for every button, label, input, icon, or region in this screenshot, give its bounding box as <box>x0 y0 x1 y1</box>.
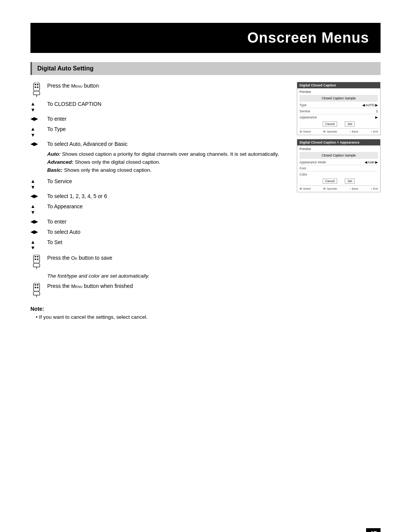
screen1-appearance-value: ▶ <box>375 115 378 119</box>
screen2-cancel-btn: Cancel <box>323 179 338 184</box>
screen1-service-row: Service 1 <box>299 109 378 114</box>
hand-remote-icon-2 <box>30 255 43 269</box>
up-arrow-4: ▲ <box>30 203 35 209</box>
screen2-font-label: Font <box>299 166 306 170</box>
step3f-icon: ▲ ▼ <box>30 238 47 251</box>
menu-label: Menu <box>71 83 83 89</box>
svg-rect-7 <box>35 256 36 257</box>
type-left-arrow: ◀ <box>362 103 365 107</box>
step5-text: Press the Menu button when finished <box>47 282 288 290</box>
screen2-body: Preview Closed Caption Sample Appearance… <box>297 145 380 192</box>
menu-label-2: Menu <box>71 283 83 289</box>
svg-rect-2 <box>37 84 38 85</box>
down-arrow-4: ▼ <box>30 209 35 216</box>
leftright-arrows-5: ◀ ▶ <box>30 229 38 235</box>
svg-rect-14 <box>37 284 38 286</box>
advanced-desc: Shows only the digital closed caption. <box>73 159 160 165</box>
screen1-title: Digital Closed Caption <box>297 82 380 88</box>
up-arrow: ▲ <box>30 101 35 107</box>
updown-arrows-2: ▲ ▼ <box>30 126 35 138</box>
screen1-cancel-btn: Cancel <box>323 121 338 126</box>
down-arrow-2: ▼ <box>30 132 35 138</box>
screen1-exit-btn: ○ Exit <box>371 130 378 133</box>
note-text-1: If you want to cancel the settings, sele… <box>39 314 147 320</box>
down-arrow: ▼ <box>30 107 35 113</box>
screen1-preview: Preview <box>299 90 378 94</box>
step2c-row: ▲ ▼ To Type <box>30 125 288 138</box>
type-value: AUTO <box>366 103 374 107</box>
note-label: Note: <box>30 306 381 312</box>
right-arrow-2: ▶ <box>34 141 38 147</box>
svg-rect-12 <box>33 283 40 291</box>
step4-text: Press the Ok button to save <box>47 254 288 262</box>
step3c-row: ▲ ▼ To Appearance <box>30 203 288 215</box>
left-arrow-2: ◀ <box>30 141 34 147</box>
step2c-icon: ▲ ▼ <box>30 125 47 138</box>
right-arrow-5: ▶ <box>34 229 38 235</box>
svg-rect-6 <box>33 255 40 263</box>
note-section: Note: • If you want to cancel the settin… <box>30 306 381 321</box>
screenshots-col: Digital Closed Caption Preview Closed Ca… <box>297 82 381 300</box>
ok-label: Ok <box>71 255 77 261</box>
updown-arrows-1: ▲ ▼ <box>30 101 35 113</box>
step3f-row: ▲ ▼ To Set <box>30 238 288 251</box>
step3a-text: To Service <box>47 177 288 185</box>
svg-rect-8 <box>37 256 38 257</box>
step4-icon <box>30 254 47 269</box>
left-arrow: ◀ <box>30 116 34 122</box>
step5-row: Press the Menu button when finished <box>30 282 288 297</box>
updown-arrows-5: ▲ ▼ <box>30 239 35 251</box>
screen1-operate-btn: ⊕ Operate <box>323 130 337 133</box>
screen2-operate-btn: ⊕ Operate <box>323 187 337 190</box>
step5-icon <box>30 282 47 297</box>
step3d-row: ◀ ▶ To enter <box>30 218 288 226</box>
leftright-arrows-3: ◀ ▶ <box>30 193 38 199</box>
auto-desc: Shows closed caption a priority for digi… <box>61 151 279 157</box>
step3c-text: To Appearance <box>47 203 288 211</box>
step3b-row: ◀ ▶ To select 1, 2, 3, 4, 5 or 6 <box>30 192 288 200</box>
basic-desc: Shows only the analog closed caption. <box>63 167 151 173</box>
step1-icon <box>30 82 47 97</box>
step3a-icon: ▲ ▼ <box>30 177 47 190</box>
step2b-icon: ◀ ▶ <box>30 115 47 122</box>
svg-rect-15 <box>35 287 36 288</box>
leftright-arrows-1: ◀ ▶ <box>30 116 38 122</box>
screen1-service-value: 1 <box>376 109 378 113</box>
screen1-caption-sample: Closed Caption Sample <box>299 95 378 102</box>
step2d-row: ◀ ▶ To select Auto, Advanced or Basic <box>30 140 288 148</box>
mode-right-arrow: ▶ <box>375 160 378 164</box>
mode-value: Auto <box>368 160 375 164</box>
step3a-row: ▲ ▼ To Service <box>30 177 288 190</box>
screen2-mode-value: ◀ Auto ▶ <box>365 160 378 164</box>
up-arrow-2: ▲ <box>30 126 35 132</box>
step2b-row: ◀ ▶ To enter <box>30 115 288 123</box>
screen1-cancel-set: Cancel Set <box>299 121 378 126</box>
step3b-icon: ◀ ▶ <box>30 192 47 199</box>
step2d-text: To select Auto, Advanced or Basic <box>47 140 288 148</box>
step3e-text: To select Auto <box>47 228 288 236</box>
step3d-text: To enter <box>47 218 288 226</box>
step1-row: Press the Menu button <box>30 82 288 97</box>
down-arrow-5: ▼ <box>30 245 35 251</box>
screen1-appearance-row: Appearance ▶ <box>299 115 378 120</box>
italic-note: The font/type and color are set automati… <box>47 272 288 280</box>
page-header: Onscreen Menus <box>30 23 381 53</box>
screen2-title: Digital Closed Caption > Appearance <box>297 139 380 145</box>
step1-text: Press the Menu button <box>47 82 288 90</box>
step3d-icon: ◀ ▶ <box>30 218 47 225</box>
screen1-select-btn: ⊕ Select <box>299 130 311 133</box>
updown-arrows-3: ▲ ▼ <box>30 178 35 190</box>
step2d-icon: ◀ ▶ <box>30 140 47 147</box>
note-item-1: • If you want to cancel the settings, se… <box>36 313 381 321</box>
svg-rect-10 <box>37 259 38 260</box>
svg-rect-16 <box>37 287 38 288</box>
screen1-appearance-label: Appearance <box>299 115 317 119</box>
svg-rect-1 <box>35 84 36 85</box>
down-arrow-3: ▼ <box>30 184 35 190</box>
step3b-text: To select 1, 2, 3, 4, 5 or 6 <box>47 192 288 200</box>
screen2-preview: Preview <box>299 147 378 151</box>
leftright-arrows-2: ◀ ▶ <box>30 141 38 147</box>
step2a-row: ▲ ▼ To CLOSED CAPTION <box>30 100 288 113</box>
content-area: Press the Menu button ▲ ▼ To CLOSED CAPT… <box>30 82 381 300</box>
screen1-panel: Digital Closed Caption Preview Closed Ca… <box>297 82 381 135</box>
